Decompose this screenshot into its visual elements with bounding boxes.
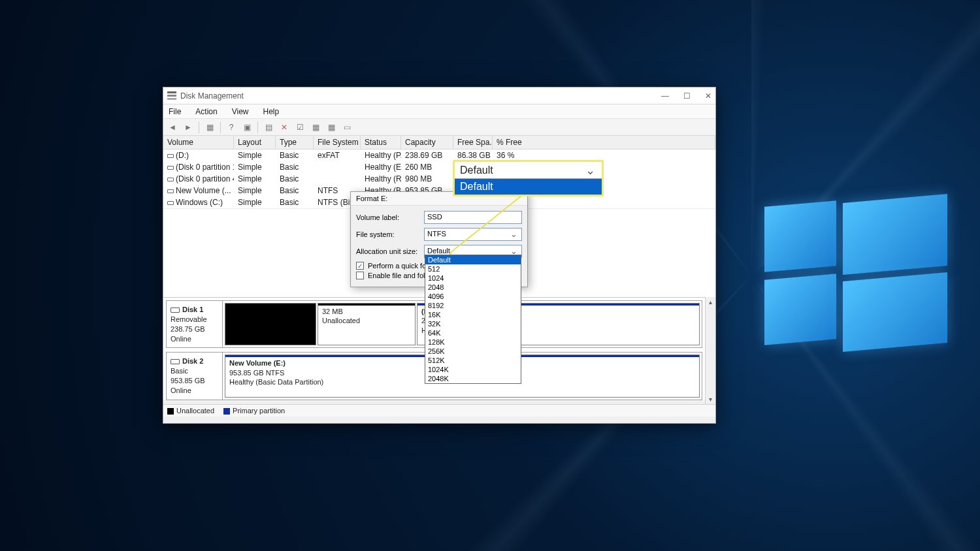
col-layout[interactable]: Layout (234, 136, 276, 149)
window-title: Disk Management (180, 91, 244, 101)
checkbox-icon: ✓ (356, 262, 364, 270)
dropdown-option[interactable]: 64K (425, 328, 521, 338)
menubar: File Action View Help (163, 104, 715, 119)
disk1-unallocated[interactable]: 32 MB Unallocated (318, 303, 416, 345)
menu-file[interactable]: File (166, 106, 184, 118)
scroll-down-icon[interactable]: ▾ (709, 396, 712, 403)
table-row[interactable]: (Disk 0 partition 4)SimpleBasicHealthy (… (163, 173, 715, 185)
col-status[interactable]: Status (361, 136, 401, 149)
disk1-black-stripe[interactable] (225, 303, 316, 345)
menu-view[interactable]: View (229, 106, 252, 118)
forward-button[interactable]: ► (182, 121, 195, 134)
volume-icon (167, 178, 174, 181)
legend-swatch-unallocated (167, 408, 174, 415)
dropdown-option[interactable]: 128K (425, 338, 521, 347)
toolbar-icon[interactable]: ▭ (340, 121, 353, 134)
minimize-button[interactable]: — (661, 91, 669, 101)
toolbar-icon[interactable]: ▤ (262, 121, 275, 134)
disk-icon (171, 359, 180, 364)
dropdown-option[interactable]: 16K (425, 310, 521, 319)
dropdown-option[interactable]: 1024K (425, 365, 521, 374)
dropdown-option[interactable]: 256K (425, 347, 521, 356)
dropdown-option[interactable]: 8192 (425, 301, 521, 310)
toolbar-icon[interactable]: ▦ (203, 121, 216, 134)
dropdown-option[interactable]: 512K (425, 356, 521, 365)
scroll-up-icon[interactable]: ▴ (709, 298, 712, 306)
col-free[interactable]: Free Spa... (453, 136, 493, 149)
toolbar-icon[interactable]: ▦ (309, 121, 322, 134)
dropdown-option[interactable]: Default (425, 255, 521, 264)
toolbar: ◄ ► ▦ ? ▣ ▤ ✕ ☑ ▦ ▦ ▭ (163, 119, 715, 136)
disk-1-label[interactable]: Disk 1 Removable 238.75 GB Online (167, 301, 223, 347)
scrollbar[interactable]: ▴ ▾ (705, 297, 715, 404)
app-icon (167, 91, 176, 101)
volume-icon (167, 189, 174, 193)
callout-combo[interactable]: Default (455, 162, 602, 179)
dropdown-option[interactable]: 4096 (425, 292, 521, 301)
col-type[interactable]: Type (276, 136, 314, 149)
allocation-unit-size-dropdown[interactable]: Default512102420484096819216K32K64K128K2… (425, 255, 521, 384)
file-system-label: File system: (356, 230, 424, 238)
col-volume[interactable]: Volume (163, 136, 234, 149)
back-button[interactable]: ◄ (166, 121, 179, 134)
dropdown-option[interactable]: 32K (425, 319, 521, 328)
file-system-combo[interactable]: NTFS (424, 228, 522, 241)
callout-selected-option[interactable]: Default (455, 179, 602, 195)
volume-icon (167, 154, 174, 158)
help-icon[interactable]: ? (225, 121, 238, 134)
allocation-unit-size-label: Allocation unit size: (356, 247, 424, 255)
menu-action[interactable]: Action (193, 106, 220, 118)
refresh-icon[interactable]: ▣ (240, 121, 253, 134)
disk-2-label[interactable]: Disk 2 Basic 953.85 GB Online (167, 353, 223, 399)
maximize-button[interactable]: ☐ (683, 91, 691, 101)
allocation-size-callout: Default Default (453, 160, 604, 197)
close-button[interactable]: ✕ (705, 91, 711, 101)
volume-label-input[interactable]: SSD (424, 211, 522, 224)
col-pfree[interactable]: % Free (493, 136, 715, 149)
delete-icon[interactable]: ✕ (278, 121, 291, 134)
checkbox-icon (356, 272, 364, 279)
disk-icon (171, 307, 180, 313)
legend-swatch-primary (223, 408, 230, 415)
volume-icon (167, 166, 174, 170)
col-fs[interactable]: File System (314, 136, 361, 149)
toolbar-icon[interactable]: ▦ (325, 121, 338, 134)
dropdown-option[interactable]: 1024 (425, 274, 521, 283)
legend: Unallocated Primary partition (163, 404, 715, 417)
dropdown-option[interactable]: 2048 (425, 283, 521, 292)
dropdown-option[interactable]: 2048K (425, 374, 521, 383)
dropdown-option[interactable]: 512 (425, 264, 521, 274)
toolbar-icon[interactable]: ☑ (293, 121, 306, 134)
table-row[interactable]: (Disk 0 partition 1)SimpleBasicHealthy (… (163, 161, 715, 173)
volume-icon (167, 201, 174, 205)
table-row[interactable]: (D:)SimpleBasicexFATHealthy (P...238.69 … (163, 150, 715, 161)
menu-help[interactable]: Help (261, 106, 282, 118)
col-capacity[interactable]: Capacity (401, 136, 453, 149)
titlebar[interactable]: Disk Management — ☐ ✕ (163, 87, 715, 104)
volume-label-label: Volume label: (356, 213, 424, 221)
